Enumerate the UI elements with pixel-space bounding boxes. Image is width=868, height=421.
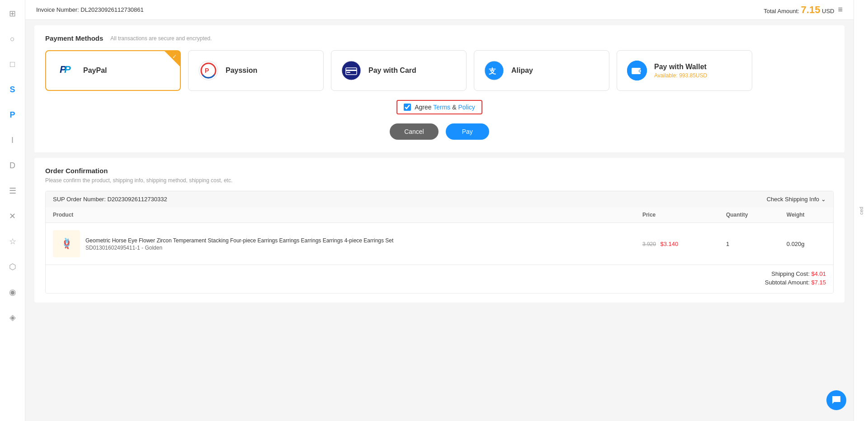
product-price: 3.920 $3.140: [635, 223, 719, 265]
svg-point-16: [639, 70, 641, 72]
order-block: SUP Order Number: D20230926112730332 Che…: [45, 191, 834, 293]
agree-checkbox[interactable]: [404, 104, 411, 111]
order-confirmation: Order Confirmation Please confirm the pr…: [34, 158, 844, 303]
shipping-cost-value: $4.01: [811, 270, 826, 277]
order-number: SUP Order Number: D20230926112730332: [53, 196, 167, 203]
payment-method-card[interactable]: Pay with Card: [331, 50, 467, 91]
payment-method-wallet[interactable]: Pay with Wallet Available: 993.85USD: [617, 50, 752, 91]
agree-box: Agree Terms & Policy: [396, 100, 482, 114]
agree-section: Agree Terms & Policy: [45, 100, 834, 114]
paypal-icon: P P: [55, 60, 77, 81]
sidebar-icon-i[interactable]: I: [5, 132, 21, 148]
svg-rect-10: [347, 72, 350, 73]
alipay-label: Alipay: [511, 66, 533, 75]
sidebar-icon-badge[interactable]: ◈: [5, 309, 21, 326]
table-row: 🪢 Geometric Horse Eye Flower Zircon Temp…: [46, 223, 833, 265]
svg-text:支: 支: [488, 67, 496, 75]
wallet-icon-circle: [627, 61, 647, 80]
pay-button[interactable]: Pay: [446, 123, 489, 140]
sidebar-icon-s[interactable]: S: [5, 81, 21, 98]
order-block-header: SUP Order Number: D20230926112730332 Che…: [46, 191, 833, 207]
sidebar-icon-hex[interactable]: ⬡: [5, 259, 21, 275]
invoice-number: Invoice Number: DL20230926112730861: [36, 6, 144, 13]
wallet-available: Available: 993.85USD: [654, 72, 707, 79]
col-product: Product: [46, 207, 635, 223]
right-panel: ced: [854, 0, 868, 421]
product-thumbnail: 🪢: [53, 230, 80, 257]
payment-cards-grid: P P PayPal ✓ P: [45, 50, 834, 91]
action-buttons: Cancel Pay: [45, 123, 834, 140]
card-label: Pay with Card: [368, 66, 416, 75]
chevron-down-icon: ⌄: [821, 196, 826, 203]
product-quantity: 1: [719, 223, 779, 265]
payssion-label: Payssion: [226, 66, 257, 75]
payment-methods-header: Payment Methods All transactions are sec…: [45, 34, 834, 42]
col-quantity: Quantity: [719, 207, 779, 223]
check-shipping-button[interactable]: Check Shipping Info ⌄: [767, 196, 826, 203]
sidebar-icon-circle[interactable]: ◉: [5, 284, 21, 300]
sidebar-icon-close[interactable]: ✕: [5, 208, 21, 224]
sidebar-icon-box[interactable]: □: [5, 56, 21, 72]
order-summary: Shipping Cost: $4.01 Subtotal Amount: $7…: [46, 265, 833, 293]
price-sale: $3.140: [660, 241, 679, 247]
policy-link[interactable]: Policy: [458, 104, 475, 111]
total-amount-value: 7.15: [801, 4, 821, 15]
wallet-label: Pay with Wallet: [654, 63, 707, 71]
col-price: Price: [635, 207, 719, 223]
order-table: Product Price Quantity Weight 🪢 Geometri…: [46, 207, 833, 265]
subtotal-line: Subtotal Amount: $7.15: [53, 279, 826, 286]
payment-methods-title: Payment Methods: [45, 34, 103, 42]
product-cell-inner: 🪢 Geometric Horse Eye Flower Zircon Temp…: [53, 230, 628, 257]
svg-text:P: P: [64, 64, 71, 75]
product-info: Geometric Horse Eye Flower Zircon Temper…: [85, 237, 393, 251]
paypal-label: PayPal: [83, 66, 107, 75]
main-content: Invoice Number: DL20230926112730861 Tota…: [25, 0, 854, 421]
sidebar-icon-p[interactable]: P: [5, 107, 21, 123]
order-conf-title: Order Confirmation: [45, 167, 834, 175]
wallet-icon: [626, 60, 648, 81]
svg-text:P: P: [205, 67, 209, 74]
shipping-cost-line: Shipping Cost: $4.01: [53, 270, 826, 277]
alipay-icon: 支: [483, 60, 505, 81]
cancel-button[interactable]: Cancel: [390, 123, 439, 140]
card-pay-icon: [340, 60, 362, 81]
total-amount-label: Total Amount: 7.15 USD: [764, 4, 834, 16]
product-cell: 🪢 Geometric Horse Eye Flower Zircon Temp…: [46, 223, 635, 265]
top-header: Invoice Number: DL20230926112730861 Tota…: [25, 0, 854, 20]
product-name: Geometric Horse Eye Flower Zircon Temper…: [85, 237, 393, 245]
payssion-icon: P: [198, 60, 219, 81]
sidebar: ⊞ ○ □ S P I D ☰ ✕ ☆ ⬡ ◉ ◈: [0, 0, 25, 421]
sidebar-icon-grid[interactable]: ⊞: [5, 5, 21, 22]
payment-panel: Payment Methods All transactions are sec…: [34, 25, 844, 152]
secure-text: All transactions are secure and encrypte…: [110, 35, 212, 42]
svg-rect-9: [346, 70, 357, 71]
paypal-logo: P P: [56, 59, 76, 82]
chat-button[interactable]: [826, 390, 846, 410]
price-original: 3.920: [642, 241, 656, 247]
payment-method-alipay[interactable]: 支 Alipay: [474, 50, 609, 91]
order-conf-subtitle: Please confirm the product, shipping inf…: [45, 177, 834, 184]
col-weight: Weight: [779, 207, 833, 223]
hamburger-icon[interactable]: ≡: [838, 5, 843, 14]
payment-method-paypal[interactable]: P P PayPal ✓: [45, 50, 181, 91]
sidebar-icon-star[interactable]: ☆: [5, 233, 21, 250]
product-weight: 0.020g: [779, 223, 833, 265]
terms-link[interactable]: Terms: [433, 104, 450, 111]
right-panel-text: ced: [859, 207, 864, 215]
sidebar-icon-user[interactable]: ○: [5, 31, 21, 47]
subtotal-value: $7.15: [811, 279, 826, 286]
payment-method-payssion[interactable]: P Payssion: [188, 50, 324, 91]
product-sku: SD01301602495411-1 - Golden: [85, 245, 393, 251]
sidebar-icon-d[interactable]: D: [5, 157, 21, 174]
agree-text: Agree Terms & Policy: [415, 104, 475, 111]
sidebar-icon-menu[interactable]: ☰: [5, 183, 21, 199]
